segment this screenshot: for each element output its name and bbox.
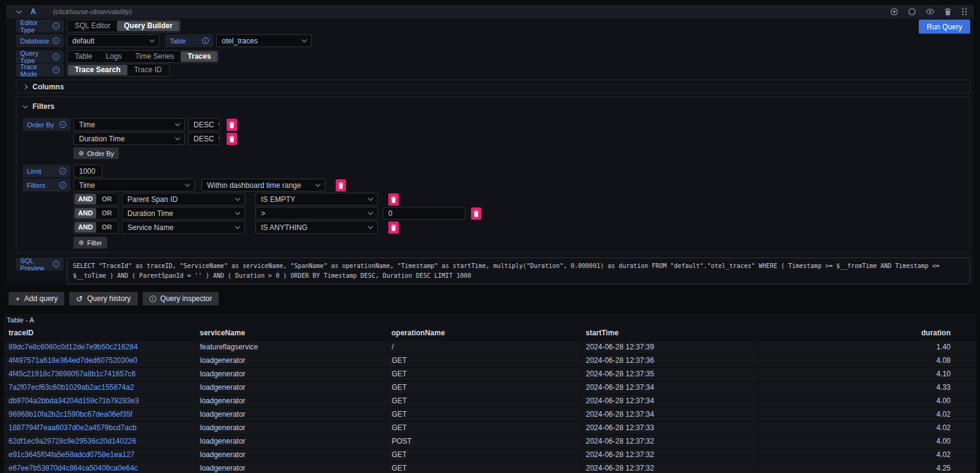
collapse-chevron-icon[interactable] [17, 9, 21, 13]
add-query-button[interactable]: + Add query [9, 292, 64, 305]
chevron-down-icon [218, 135, 220, 140]
filter-operator-select[interactable]: IS ANYTHING [255, 221, 378, 234]
filter-operator-select[interactable]: IS EMPTY [255, 193, 378, 206]
trace-id-cell: 4f497571a618e364ed7ded60752030e0 [4, 354, 195, 367]
column-header-starttime[interactable]: startTime [581, 326, 758, 340]
trace-id-link[interactable]: 4f45c21918c73698057a8b1c741657c6 [9, 370, 136, 378]
bool-option-or[interactable]: OR [96, 208, 118, 218]
trace-id-link[interactable]: e67ee7b53870d4c864ca50409ca0e64c [9, 464, 138, 472]
column-header-traceid[interactable]: traceID [4, 326, 195, 340]
table-row: 62df1ec9a29728c9e29536c20d140226 loadgen… [4, 434, 976, 448]
filter-value-input[interactable]: 0 [383, 207, 466, 220]
bool-option-and[interactable]: AND [75, 208, 96, 218]
columns-section: Columns [16, 80, 970, 93]
trace-id-link[interactable]: db9704a2bbda34204d159c71b78283e3 [9, 397, 139, 405]
table-row: 4f45c21918c73698057a8b1c741657c6 loadgen… [4, 367, 976, 381]
remove-order-by-button[interactable] [227, 119, 237, 131]
duration-cell: 4.02 [758, 421, 976, 434]
table-row: e91c3645f04fa5e58adcd0758e1ea127 loadgen… [4, 448, 976, 461]
filter-field-select[interactable]: Parent Span ID [122, 193, 245, 206]
trace-mode-option-trace-id[interactable]: Trace ID [127, 65, 169, 75]
duration-cell: 4.25 [758, 461, 976, 473]
query-history-button[interactable]: ↺ Query history [69, 292, 137, 305]
trace-id-link[interactable]: 7a2f07ecf63c60b1029ab2ac155874a2 [9, 383, 134, 392]
plus-circle-icon: ⊕ [78, 239, 84, 247]
columns-section-header[interactable]: Columns [17, 80, 970, 93]
query-type-option-logs[interactable]: Logs [99, 51, 129, 62]
filter-field-select[interactable]: Service Name [122, 221, 245, 234]
bool-option-and[interactable]: AND [75, 222, 96, 233]
info-icon[interactable] [202, 37, 209, 44]
bool-option-or[interactable]: OR [96, 222, 118, 233]
query-inspector-button[interactable]: Query inspector [143, 292, 219, 305]
table-select[interactable]: otel_traces [216, 34, 312, 47]
trace-id-cell: e67ee7b53870d4c864ca50409ca0e64c [4, 461, 195, 473]
filter-operator-select[interactable]: > [255, 207, 378, 220]
order-by-field-select[interactable]: Time [74, 118, 185, 131]
bool-option-or[interactable]: OR [96, 194, 118, 204]
remove-filter-button[interactable] [336, 179, 346, 192]
drag-handle-icon[interactable] [961, 7, 968, 16]
info-icon[interactable] [53, 23, 59, 29]
operation-name-cell: GET [386, 408, 581, 421]
order-by-field-select[interactable]: Duration Time [74, 132, 185, 145]
info-icon[interactable] [53, 53, 59, 60]
order-by-direction-select[interactable]: DESC [188, 118, 220, 131]
remove-filter-button[interactable] [471, 207, 481, 220]
filter-bool-toggle: AND OR [74, 221, 119, 234]
service-name-cell: loadgenerator [195, 394, 386, 408]
filters-section-header[interactable]: Filters [23, 100, 970, 113]
query-ref-id: A [31, 7, 36, 16]
trace-id-link[interactable]: 62df1ec9a29728c9e29536c20d140226 [9, 437, 136, 445]
filter-operator-select[interactable]: Within dashboard time range [202, 179, 325, 192]
database-label: Database [16, 34, 64, 47]
info-icon[interactable] [59, 168, 66, 174]
table-row: 4f497571a618e364ed7ded60752030e0 loadgen… [4, 354, 976, 367]
trace-id-link[interactable]: 96968b10fa2b2c1590bc67dea06ef35f [9, 410, 132, 419]
column-header-servicename[interactable]: serviceName [195, 326, 386, 340]
start-time-cell: 2024-06-28 12:37:33 [581, 421, 758, 434]
trace-id-link[interactable]: 1887794f7eaa6037d0e2a4579bcd7acb [9, 423, 137, 432]
limit-input[interactable]: 1000 [74, 165, 102, 177]
trash-icon[interactable] [944, 7, 952, 16]
table-label: Table [165, 34, 213, 47]
operation-name-cell: GET [386, 461, 581, 473]
info-icon[interactable] [53, 37, 59, 44]
filter-field-select[interactable]: Time [74, 179, 195, 192]
info-icon[interactable] [53, 261, 59, 267]
info-icon[interactable] [59, 121, 66, 128]
chevron-down-icon [149, 37, 154, 42]
panel-title[interactable]: Table - A [4, 314, 976, 326]
sql-preview-text[interactable]: SELECT "TraceId" as traceID, "ServiceNam… [67, 258, 970, 285]
info-icon[interactable] [59, 182, 66, 188]
add-order-by-button[interactable]: ⊕ Order By [74, 147, 119, 159]
database-select[interactable]: default [67, 34, 159, 47]
query-type-option-time-series[interactable]: Time Series [129, 51, 181, 62]
bool-option-and[interactable]: AND [75, 194, 96, 204]
editor-type-option-sql-editor[interactable]: SQL Editor [68, 21, 117, 31]
trace-id-link[interactable]: 4f497571a618e364ed7ded60752030e0 [9, 356, 137, 365]
trace-mode-option-trace-search[interactable]: Trace Search [68, 65, 127, 75]
filter-field-select[interactable]: Duration Time [122, 207, 245, 220]
query-type-option-table[interactable]: Table [68, 51, 99, 62]
column-header-operationname[interactable]: operationName [386, 326, 581, 340]
operation-name-cell: GET [386, 448, 581, 461]
remove-order-by-button[interactable] [227, 133, 237, 145]
plus-icon: + [15, 294, 20, 304]
query-type-option-traces[interactable]: Traces [181, 51, 217, 62]
info-icon[interactable] [53, 67, 59, 73]
editor-type-option-query-builder[interactable]: Query Builder [117, 21, 179, 31]
query-row-header: A (clickhouse-observability) [6, 5, 974, 18]
run-query-button[interactable]: Run Query [919, 20, 970, 34]
trace-id-link[interactable]: e91c3645f04fa5e58adcd0758e1ea127 [9, 450, 135, 459]
filters-label: Filters [23, 179, 70, 192]
history-clock-icon[interactable] [908, 7, 916, 16]
add-filter-button[interactable]: ⊕ Filter [74, 237, 107, 248]
record-icon[interactable] [890, 7, 899, 16]
trace-id-link[interactable]: 89dc7e8c6060c0d12de7e9b50c216284 [9, 343, 138, 351]
remove-filter-button[interactable] [388, 193, 399, 206]
order-by-direction-select[interactable]: DESC [188, 132, 220, 145]
remove-filter-button[interactable] [388, 222, 399, 234]
column-header-duration[interactable]: duration [758, 326, 976, 340]
eye-icon[interactable] [925, 7, 935, 16]
